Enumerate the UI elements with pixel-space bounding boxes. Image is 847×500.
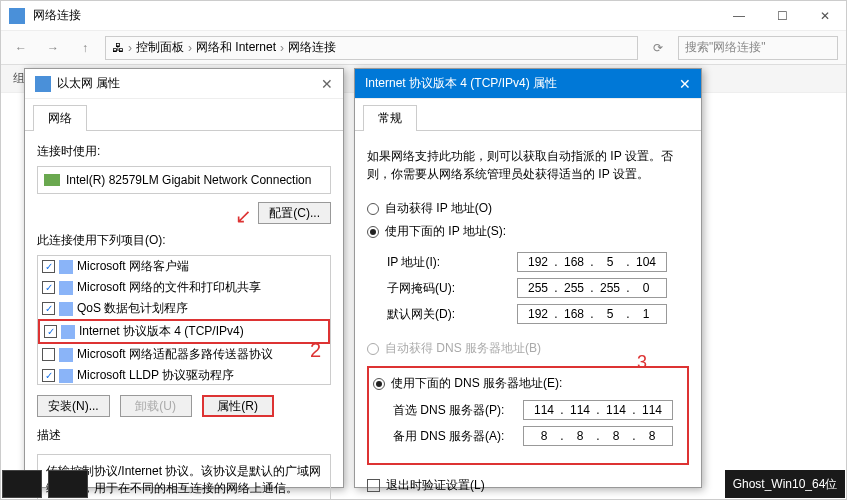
radio-use-ip[interactable]: 使用下面的 IP 地址(S): xyxy=(367,220,689,243)
radio-icon[interactable] xyxy=(373,378,385,390)
forward-button[interactable]: → xyxy=(41,36,65,60)
ipv4-titlebar: Internet 协议版本 4 (TCP/IPv4) 属性 ✕ xyxy=(355,69,701,99)
radio-use-dns[interactable]: 使用下面的 DNS 服务器地址(E): xyxy=(373,372,683,395)
list-item-ipv4[interactable]: ✓Internet 协议版本 4 (TCP/IPv4) xyxy=(38,319,330,344)
ethernet-titlebar: 以太网 属性 ✕ xyxy=(25,69,343,99)
up-button[interactable]: ↑ xyxy=(73,36,97,60)
taskbar-left xyxy=(2,470,88,498)
refresh-button[interactable]: ⟳ xyxy=(646,36,670,60)
breadcrumb-part[interactable]: 控制面板 xyxy=(136,39,184,56)
checkbox[interactable]: ✓ xyxy=(42,281,55,294)
explorer-titlebar: 网络连接 — ☐ ✕ xyxy=(1,1,846,31)
subnet-mask-input[interactable]: 255.255.255.0 xyxy=(517,278,667,298)
window-controls: — ☐ ✕ xyxy=(725,7,838,25)
taskbar-right: Ghost_Win10_64位 xyxy=(725,470,845,498)
adapter-name: Intel(R) 82579LM Gigabit Network Connect… xyxy=(66,173,311,187)
list-item[interactable]: ✓Microsoft 网络客户端 xyxy=(38,256,330,277)
uninstall-button: 卸载(U) xyxy=(120,395,192,417)
window-title: 网络连接 xyxy=(33,7,81,24)
checkbox[interactable]: ✓ xyxy=(44,325,57,338)
dns1-label: 首选 DNS 服务器(P): xyxy=(393,402,523,419)
tab-network[interactable]: 网络 xyxy=(33,105,87,131)
ip-address-input[interactable]: 192.168.5.104 xyxy=(517,252,667,272)
adapter-field: Intel(R) 82579LM Gigabit Network Connect… xyxy=(37,166,331,194)
ipv4-title: Internet 协议版本 4 (TCP/IPv4) 属性 xyxy=(365,75,557,92)
radio-icon[interactable] xyxy=(367,203,379,215)
ipv4-intro: 如果网络支持此功能，则可以获取自动指派的 IP 设置。否则，你需要从网络系统管理… xyxy=(367,143,689,197)
list-buttons: 安装(N)... 卸载(U) 属性(R) xyxy=(37,395,331,417)
install-button[interactable]: 安装(N)... xyxy=(37,395,110,417)
validate-checkbox-row[interactable]: 退出时验证设置(L) xyxy=(367,477,689,494)
taskbar-item[interactable] xyxy=(48,470,88,498)
list-item[interactable]: ✓Microsoft LLDP 协议驱动程序 xyxy=(38,365,330,385)
items-label: 此连接使用下列项目(O): xyxy=(37,232,331,249)
gateway-input[interactable]: 192.168.5.1 xyxy=(517,304,667,324)
minimize-button[interactable]: — xyxy=(725,7,753,25)
connect-using-label: 连接时使用: xyxy=(37,143,331,160)
dns2-label: 备用 DNS 服务器(A): xyxy=(393,428,523,445)
ip-group: IP 地址(I):192.168.5.104 子网掩码(U):255.255.2… xyxy=(387,249,689,327)
ipv4-body: 如果网络支持此功能，则可以获取自动指派的 IP 设置。否则，你需要从网络系统管理… xyxy=(355,131,701,500)
ipv4-properties-dialog: Internet 协议版本 4 (TCP/IPv4) 属性 ✕ 常规 如果网络支… xyxy=(354,68,702,488)
network-icon xyxy=(9,8,25,24)
protocol-list[interactable]: ✓Microsoft 网络客户端 ✓Microsoft 网络的文件和打印机共享 … xyxy=(37,255,331,385)
checkbox[interactable] xyxy=(42,348,55,361)
adapter-icon xyxy=(44,174,60,186)
annotation-arrow-1: ↙ xyxy=(235,204,252,228)
desc-label: 描述 xyxy=(37,427,331,444)
radio-icon[interactable] xyxy=(367,226,379,238)
ethernet-title: 以太网 属性 xyxy=(57,75,120,92)
checkbox[interactable]: ✓ xyxy=(42,302,55,315)
explorer-toolbar: ← → ↑ 🖧 › 控制面板 › 网络和 Internet › 网络连接 ⟳ 搜… xyxy=(1,31,846,65)
ethernet-tabs: 网络 xyxy=(25,99,343,131)
list-item[interactable]: ✓QoS 数据包计划程序 xyxy=(38,298,330,319)
list-item[interactable]: Microsoft 网络适配器多路传送器协议 xyxy=(38,344,330,365)
taskbar-item[interactable] xyxy=(2,470,42,498)
taskbar-label: Ghost_Win10_64位 xyxy=(733,476,838,493)
protocol-icon xyxy=(59,281,73,295)
annotation-mark-2: 2 xyxy=(310,339,321,362)
checkbox[interactable] xyxy=(367,479,380,492)
protocol-icon xyxy=(59,348,73,362)
ipv4-tabs: 常规 xyxy=(355,99,701,131)
protocol-icon xyxy=(59,260,73,274)
breadcrumb-icon: 🖧 xyxy=(112,41,124,55)
close-button[interactable]: ✕ xyxy=(812,7,838,25)
breadcrumb-part[interactable]: 网络和 Internet xyxy=(196,39,276,56)
protocol-icon xyxy=(59,369,73,383)
annotation-mark-3: 3 xyxy=(637,352,647,373)
ethernet-body: 连接时使用: Intel(R) 82579LM Gigabit Network … xyxy=(25,131,343,500)
ip-label: IP 地址(I): xyxy=(387,254,517,271)
breadcrumb[interactable]: 🖧 › 控制面板 › 网络和 Internet › 网络连接 xyxy=(105,36,638,60)
maximize-button[interactable]: ☐ xyxy=(769,7,796,25)
breadcrumb-part[interactable]: 网络连接 xyxy=(288,39,336,56)
close-icon[interactable]: ✕ xyxy=(679,76,691,92)
radio-auto-ip[interactable]: 自动获得 IP 地址(O) xyxy=(367,197,689,220)
dns1-input[interactable]: 114.114.114.114 xyxy=(523,400,673,420)
dns-section: 3 使用下面的 DNS 服务器地址(E): 首选 DNS 服务器(P):114.… xyxy=(367,366,689,465)
ethernet-properties-dialog: 以太网 属性 ✕ 网络 连接时使用: Intel(R) 82579LM Giga… xyxy=(24,68,344,488)
ethernet-icon xyxy=(35,76,51,92)
checkbox[interactable]: ✓ xyxy=(42,260,55,273)
configure-button[interactable]: 配置(C)... xyxy=(258,202,331,224)
close-icon[interactable]: ✕ xyxy=(321,76,333,92)
radio-icon xyxy=(367,343,379,355)
list-item[interactable]: ✓Microsoft 网络的文件和打印机共享 xyxy=(38,277,330,298)
tab-general[interactable]: 常规 xyxy=(363,105,417,131)
properties-button[interactable]: 属性(R) xyxy=(202,395,274,417)
back-button[interactable]: ← xyxy=(9,36,33,60)
gw-label: 默认网关(D): xyxy=(387,306,517,323)
dns2-input[interactable]: 8.8.8.8 xyxy=(523,426,673,446)
mask-label: 子网掩码(U): xyxy=(387,280,517,297)
protocol-icon xyxy=(59,302,73,316)
search-input[interactable]: 搜索"网络连接" xyxy=(678,36,838,60)
protocol-icon xyxy=(61,325,75,339)
checkbox[interactable]: ✓ xyxy=(42,369,55,382)
